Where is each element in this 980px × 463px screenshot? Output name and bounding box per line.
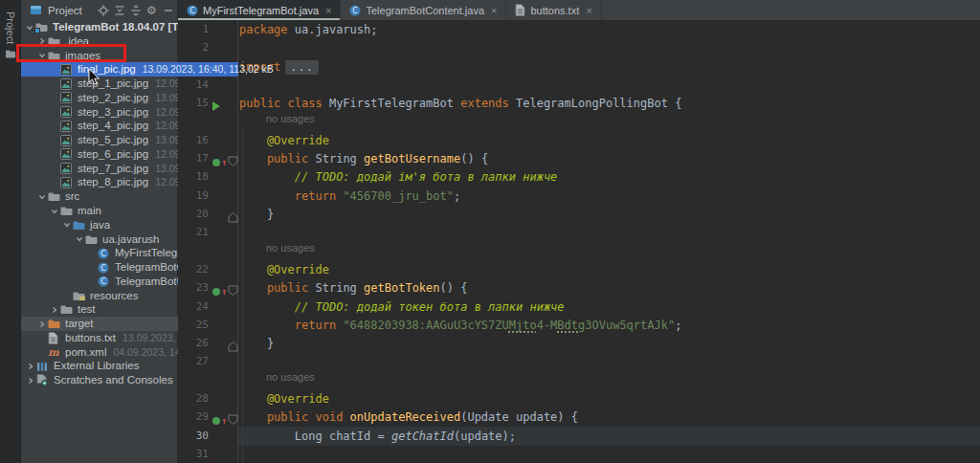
- collapse-all-icon[interactable]: [127, 3, 144, 17]
- code-line-3[interactable]: 3import...: [178, 57, 980, 77]
- tree-item-step-4-pic-jpg[interactable]: step_4_pic.jpg12.09.2023: [21, 119, 178, 133]
- tree-item-test[interactable]: test: [21, 302, 178, 317]
- tree-item-step-7-pic-jpg[interactable]: step_7_pic.jpg13.09.2023: [21, 162, 178, 176]
- tree-item-step-8-pic-jpg[interactable]: step_8_pic.jpg12.09.2023: [21, 175, 178, 189]
- tree-item-target[interactable]: target: [21, 317, 178, 331]
- code-token: ;: [675, 319, 681, 332]
- tab-telegrambotcontent-java[interactable]: CTelegramBotContent.java×: [341, 0, 506, 20]
- override-method-icon[interactable]: ↑: [212, 282, 227, 301]
- chevron-down-icon[interactable]: [35, 192, 48, 202]
- code-line-23[interactable]: 23↑ public String getBotToken() {: [178, 278, 980, 298]
- chevron-down-icon[interactable]: [60, 220, 73, 230]
- chevron-down-icon[interactable]: [48, 207, 60, 216]
- code-line-14[interactable]: 14: [178, 76, 980, 95]
- tree-item-label: buttons.txt: [65, 331, 116, 345]
- hide-panel-icon[interactable]: [160, 3, 176, 17]
- project-folder-icon[interactable]: [6, 50, 16, 59]
- fold-marker-down-icon[interactable]: [228, 154, 238, 173]
- tree-item-main[interactable]: main: [21, 204, 178, 218]
- code-line-31[interactable]: 31: [178, 445, 980, 463]
- code-line-2[interactable]: 2: [178, 38, 980, 57]
- code-line-22[interactable]: 22 @Override: [178, 260, 980, 279]
- close-tab-icon[interactable]: ×: [325, 5, 331, 16]
- code-line-19[interactable]: 19 return "456700_jru_bot";: [178, 187, 980, 206]
- tree-item-java[interactable]: java: [21, 218, 178, 232]
- tree-item-step-6-pic-jpg[interactable]: step_6_pic.jpg12.09.2023: [21, 147, 178, 162]
- tree-item-telegrambotcontent[interactable]: CTelegramBotContent: [21, 260, 178, 275]
- code-line-20[interactable]: 20 }: [178, 205, 980, 224]
- editor-area[interactable]: 1package ua.javarush;23import...1415publ…: [178, 0, 980, 463]
- folder-orange-icon: [48, 319, 61, 329]
- chevron-right-icon[interactable]: [35, 320, 48, 329]
- code-line-25[interactable]: 25 return "6488203938:AAGuU3cYS7ZUMjto4-…: [178, 316, 980, 335]
- tool-strip-project-label[interactable]: Project: [5, 11, 16, 44]
- chevron-right-icon[interactable]: [48, 305, 60, 315]
- tree-item-external-libraries[interactable]: External Libraries: [21, 359, 178, 373]
- tree-item-label: test: [78, 302, 96, 317]
- class-icon: C: [349, 5, 361, 16]
- code-token: String: [315, 281, 364, 295]
- class-icon: C: [98, 276, 111, 287]
- tree-item-resources[interactable]: resources: [21, 289, 178, 303]
- fold-marker-down-icon[interactable]: [228, 412, 238, 431]
- fold-marker-up-icon[interactable]: [228, 339, 238, 358]
- tree-item-pom-xml[interactable]: mpom.xml04.09.2023, 14:45, 9: [21, 345, 178, 360]
- tree-item-label: final_pic.jpg: [78, 62, 136, 77]
- code-line-21[interactable]: 21: [178, 223, 980, 242]
- text-file-icon: [48, 332, 61, 344]
- code-line-1[interactable]: 1package ua.javarush;: [178, 20, 980, 39]
- tree-item-final-pic-jpg[interactable]: final_pic.jpg13.09.2023, 16:40, 113,02 k…: [21, 62, 238, 77]
- locate-file-icon[interactable]: [95, 3, 111, 17]
- tree-item-ua-javarush[interactable]: ua.javarush: [21, 232, 178, 247]
- chevron-right-icon[interactable]: [24, 362, 36, 371]
- svg-text:C: C: [100, 250, 106, 258]
- tree-item-step-5-pic-jpg[interactable]: step_5_pic.jpg13.09.2023: [21, 133, 178, 147]
- fold-marker-up-icon[interactable]: [228, 209, 238, 229]
- code-line-27[interactable]: 27: [178, 352, 980, 371]
- run-icon[interactable]: [212, 98, 220, 117]
- settings-gear-icon[interactable]: ⚙: [144, 3, 160, 17]
- expand-collapse-icon[interactable]: [111, 3, 127, 17]
- close-tab-icon[interactable]: ×: [491, 5, 497, 16]
- code-line-24[interactable]: 24 // TODO: додай токен бота в лапки ниж…: [178, 298, 980, 317]
- tab-buttons-txt[interactable]: buttons.txt×: [506, 0, 601, 20]
- override-method-icon[interactable]: ↑: [212, 411, 227, 430]
- close-tab-icon[interactable]: ×: [586, 5, 591, 16]
- tree-item-src[interactable]: src: [21, 189, 178, 204]
- tree-item-telegrambotutils[interactable]: CTelegramBotUtils: [21, 275, 178, 289]
- code-line-29[interactable]: 29↑ public void onUpdateReceived(Update …: [178, 408, 980, 427]
- gutter-separator: [237, 20, 238, 463]
- tree-item-step-3-pic-jpg[interactable]: step_3_pic.jpg12.09.2023: [21, 105, 178, 120]
- project-panel-header: Project ⚙: [21, 0, 178, 20]
- code-line-17[interactable]: 17↑ public String getBotUsername() {: [178, 149, 980, 168]
- tree-item-buttons-txt[interactable]: buttons.txt13.09.2023, 12:30: [21, 331, 178, 345]
- code-token: Bdtg: [557, 319, 585, 332]
- svg-text:C: C: [189, 6, 195, 14]
- tree-item-step-2-pic-jpg[interactable]: step_2_pic.jpg13.09.2023: [21, 91, 178, 105]
- fold-marker-down-icon[interactable]: [228, 283, 238, 302]
- code-line-18[interactable]: 18 // TODO: додай ім'я бота в лапки нижч…: [178, 167, 980, 187]
- code-token: () {: [440, 281, 468, 295]
- chevron-down-icon[interactable]: [73, 234, 85, 244]
- code-line-16[interactable]: 16 @Override: [178, 131, 980, 150]
- chevron-right-icon[interactable]: [24, 376, 36, 386]
- tree-item-myfirsttelegrambot[interactable]: CMyFirstTelegramBot: [21, 246, 178, 260]
- folded-imports[interactable]: ...: [285, 60, 319, 75]
- code-line-15[interactable]: 15public class MyFirstTelegramBot extend…: [178, 94, 980, 113]
- line-number: 26: [182, 334, 209, 353]
- tree-item-scratches-and-consoles[interactable]: Scratches and Consoles: [21, 373, 178, 387]
- code-area[interactable]: 1package ua.javarush;23import...1415publ…: [178, 20, 980, 463]
- code-line-30[interactable]: 30 Long chatId = getChatId(update);: [178, 427, 980, 446]
- override-method-icon[interactable]: ↑: [212, 153, 227, 172]
- tree-item-label: TelegramBot 18.04.07 [Telegram: [53, 20, 178, 34]
- code-line-26[interactable]: 26 }: [178, 334, 980, 353]
- code-token: }: [239, 208, 274, 221]
- image-file-icon: [60, 163, 74, 174]
- tree-item-label: step_3_pic.jpg: [78, 105, 148, 120]
- code-token: public: [239, 281, 315, 295]
- code-token: (Update update) {: [460, 410, 578, 424]
- tree-item-telegrambot-18-04-07-telegram[interactable]: TelegramBot 18.04.07 [Telegram: [21, 20, 178, 34]
- tab-myfirsttelegrambot-java[interactable]: CMyFirstTelegramBot.java×: [178, 0, 341, 20]
- code-line-28[interactable]: 28 @Override: [178, 389, 980, 408]
- code-token: "6488203938:AAGuU3cYS7ZU: [343, 319, 508, 332]
